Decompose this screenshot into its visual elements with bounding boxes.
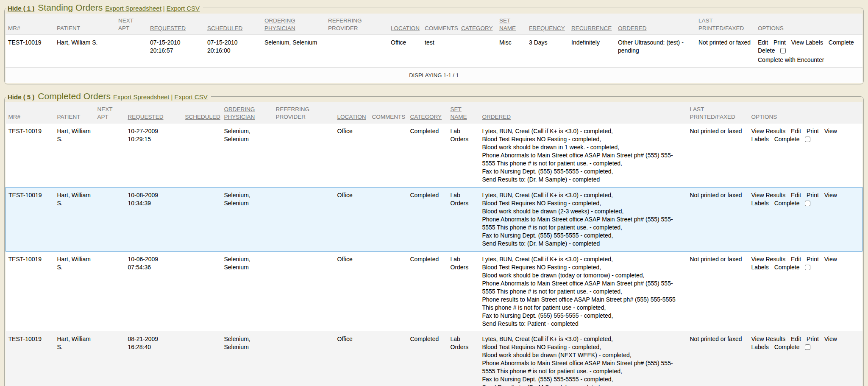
view-labels-link[interactable]: View Labels xyxy=(791,39,823,46)
column-header-set-name[interactable]: SET NAME xyxy=(497,14,526,35)
ordered-item: Send Results to: (Dr. M Sample) - comple… xyxy=(482,176,685,184)
view-results-link[interactable]: View Results xyxy=(751,336,786,342)
print-link[interactable]: Print xyxy=(807,256,819,263)
cell-ordered: Lytes, BUN, Creat (Call if K+ is <3.0) -… xyxy=(480,331,687,386)
cell-requested: 10-08-2009 10:34:39 xyxy=(125,187,183,252)
cell-requested: 08-21-2009 16:28:40 xyxy=(125,331,183,386)
standing-export-spreadsheet-link[interactable]: Export Spreadsheet xyxy=(105,5,161,12)
print-link[interactable]: Print xyxy=(773,39,786,46)
orders-page: { "colors": { "page_bg": "#f0ebdb", "acc… xyxy=(0,0,868,386)
edit-link[interactable]: Edit xyxy=(791,256,801,263)
column-header-scheduled[interactable]: SCHEDULED xyxy=(205,14,262,35)
cell-set-name: Lab Orders xyxy=(448,123,480,187)
ordered-item: Blood work should be drawn (2-3 weeks) -… xyxy=(482,207,685,215)
column-header-next-apt: NEXT APT xyxy=(116,14,147,35)
complete-link[interactable]: Complete xyxy=(774,344,800,350)
completed-hide-link[interactable]: Hide ( 5 ) xyxy=(8,93,34,101)
column-header-ordered[interactable]: ORDERED xyxy=(480,102,687,123)
edit-link[interactable]: Edit xyxy=(758,39,768,46)
row-checkbox[interactable] xyxy=(805,265,810,270)
column-header-frequency[interactable]: FREQUENCY xyxy=(526,14,569,35)
cell-patient: Hart, William S. xyxy=(55,331,95,386)
row-checkbox[interactable] xyxy=(780,48,786,53)
column-header-requested[interactable]: REQUESTED xyxy=(147,14,205,35)
view-results-link[interactable]: View Results xyxy=(751,256,786,263)
column-header-ordered[interactable]: ORDERED xyxy=(615,14,696,35)
column-header-options: OPTIONS xyxy=(749,102,862,123)
edit-link[interactable]: Edit xyxy=(791,128,801,134)
complete-with-encounter-link[interactable]: Complete with Encounter xyxy=(758,56,860,64)
ordered-item: Lytes, BUN, Creat (Call if K+ is <3.0) -… xyxy=(482,191,685,199)
row-checkbox[interactable] xyxy=(805,137,810,142)
row-checkbox[interactable] xyxy=(805,344,810,350)
column-header-row: MR#PATIENTNEXT APTREQUESTEDSCHEDULEDORDE… xyxy=(6,102,862,123)
column-header-next-apt: NEXT APT xyxy=(95,102,125,123)
column-header-location[interactable]: LOCATION xyxy=(388,14,422,35)
completed-export-csv-link[interactable]: Export CSV xyxy=(174,93,207,101)
cell-location: Office xyxy=(335,252,370,332)
cell-recurrence: Indefinitely xyxy=(569,35,615,68)
complete-link[interactable]: Complete xyxy=(774,200,800,207)
cell-options: Edit Print View Labels Complete Delete C… xyxy=(755,35,862,68)
cell-ordering-physician: Selenium, Selenium xyxy=(222,123,273,187)
column-header-category[interactable]: CATEGORY xyxy=(459,14,497,35)
ordered-item: Fax to Nursing Dept. (555) 555-5555 - co… xyxy=(482,232,685,240)
cell-last-printed-faxed: Not printed or faxed xyxy=(687,123,749,187)
column-header-category[interactable]: CATEGORY xyxy=(408,102,448,123)
row-checkbox[interactable] xyxy=(805,201,810,206)
cell-ordered: Lytes, BUN, Creat (Call if K+ is <3.0) -… xyxy=(480,123,687,187)
ordered-item: Phone Abnormals to Main Street office AS… xyxy=(482,215,685,232)
completed-orders-legend: Hide ( 5 )Completed OrdersExport Spreads… xyxy=(6,91,211,101)
cell-referring-provider xyxy=(273,252,335,332)
complete-link[interactable]: Complete xyxy=(774,264,800,271)
column-header-referring-provider: REFERRING PROVIDER xyxy=(326,14,388,35)
cell-last-printed-faxed: Not printed or faxed xyxy=(696,35,755,68)
completed-orders-table: MR#PATIENTNEXT APTREQUESTEDSCHEDULEDORDE… xyxy=(6,102,862,386)
ordered-item: Lytes, BUN, Creat (Call if K+ is <3.0) -… xyxy=(482,335,685,343)
cell-comments xyxy=(370,187,408,252)
cell-next-apt xyxy=(116,35,147,68)
cell-mr: TEST-10019 xyxy=(6,252,55,332)
completed-export-spreadsheet-link[interactable]: Export Spreadsheet xyxy=(113,93,170,101)
complete-link[interactable]: Complete xyxy=(774,136,800,143)
standing-orders-legend: Hide ( 1 )Standing OrdersExport Spreadsh… xyxy=(6,3,203,13)
print-link[interactable]: Print xyxy=(807,192,819,199)
ordered-item: Send Results to: Patient - completed xyxy=(482,320,685,328)
column-header-requested[interactable]: REQUESTED xyxy=(125,102,183,123)
complete-link[interactable]: Complete xyxy=(829,39,854,46)
ordered-item: Lytes, BUN, Creat (Call if K+ is <3.0) -… xyxy=(482,255,685,263)
column-header-recurrence[interactable]: RECURRENCE xyxy=(569,14,615,35)
cell-options: View Results Edit Print View Labels Comp… xyxy=(749,252,862,332)
standing-orders-title: Standing Orders xyxy=(38,3,103,12)
edit-link[interactable]: Edit xyxy=(791,336,801,342)
print-link[interactable]: Print xyxy=(807,128,819,134)
standing-hide-link[interactable]: Hide ( 1 ) xyxy=(8,5,34,12)
column-header-mr: MR# xyxy=(6,102,55,123)
cell-scheduled xyxy=(183,252,222,332)
column-header-referring-provider: REFERRING PROVIDER xyxy=(273,102,335,123)
cell-requested: 10-06-2009 07:54:36 xyxy=(125,252,183,332)
cell-frequency: 3 Days xyxy=(526,35,569,68)
column-header-comments: COMMENTS xyxy=(370,102,408,123)
column-header-comments: COMMENTS xyxy=(422,14,459,35)
column-header-scheduled[interactable]: SCHEDULED xyxy=(183,102,222,123)
cell-ordering-physician: Selenium, Selenium xyxy=(222,252,273,332)
column-header-patient: PATIENT xyxy=(55,102,95,123)
cell-next-apt xyxy=(95,187,125,252)
cell-patient: Hart, William S. xyxy=(54,35,116,68)
ordered-item: Fax to Nursing Dept. (555) 555-5555 - co… xyxy=(482,312,685,320)
column-header-ordering-physician[interactable]: ORDERING PHYSICIAN xyxy=(262,14,326,35)
cell-scheduled: 07-15-2010 20:16:00 xyxy=(205,35,262,68)
column-header-set-name[interactable]: SET NAME xyxy=(448,102,480,123)
column-header-ordering-physician[interactable]: ORDERING PHYSICIAN xyxy=(222,102,273,123)
edit-link[interactable]: Edit xyxy=(791,192,801,199)
view-results-link[interactable]: View Results xyxy=(751,192,786,199)
print-link[interactable]: Print xyxy=(807,336,819,342)
delete-link[interactable]: Delete xyxy=(758,47,775,54)
ordered-item: Send Results to: (Dr. M Sample) - comple… xyxy=(482,383,685,386)
ordered-item: Send Results to: (Dr. M Sample) - comple… xyxy=(482,240,685,248)
view-results-link[interactable]: View Results xyxy=(751,128,786,134)
column-header-location[interactable]: LOCATION xyxy=(335,102,370,123)
standing-export-csv-link[interactable]: Export CSV xyxy=(167,5,200,12)
cell-mr: TEST-10019 xyxy=(6,35,54,68)
